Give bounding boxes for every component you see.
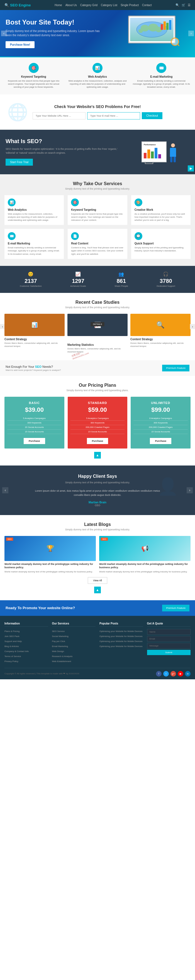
service-5-title: Real Content bbox=[71, 242, 124, 245]
pricing-header: Our Pricing Plans Simply dummy text of t… bbox=[5, 383, 190, 392]
quote-message-input[interactable] bbox=[147, 643, 191, 649]
website-url-input[interactable] bbox=[33, 112, 86, 119]
blog-card-1: 🏆 SEO World market stoamply dummy text o… bbox=[5, 536, 96, 573]
purchase-button[interactable]: Purchase Now! bbox=[6, 41, 35, 48]
price-card-standard: STANDARD $59.00 5 Analytics Campaigns 30… bbox=[68, 397, 128, 449]
unlimited-feature-3: 200,000 Crawled Pages bbox=[133, 425, 188, 430]
standard-purchase-button[interactable]: Purchase bbox=[87, 438, 109, 444]
view-all-button[interactable]: View All bbox=[88, 577, 107, 584]
web-analytics-icon: 📊 bbox=[8, 199, 16, 206]
unlimited-price: $99.00 bbox=[133, 406, 188, 414]
feature-analytics-desc: Web analytics is the measurement, collec… bbox=[68, 80, 126, 89]
keyword-targeting-icon: 🎯 bbox=[71, 199, 79, 206]
footer-info-links: Plans & Pricing Join SEO Pack Support an… bbox=[5, 629, 48, 663]
email-icon: ✉️ bbox=[156, 63, 166, 73]
basic-purchase-button[interactable]: Purchase bbox=[24, 438, 45, 444]
case-studies-title: Recent Case Studies bbox=[5, 300, 190, 305]
footer-info-item-7: Privacy Policy bbox=[5, 659, 48, 663]
quote-name-input[interactable] bbox=[147, 629, 191, 635]
hero-title: Bost Your Site Today! bbox=[6, 18, 100, 26]
service-4-title: E-mail Marketing bbox=[8, 242, 61, 245]
blogs-title: Latest Blogs bbox=[5, 522, 190, 527]
nav-single-product[interactable]: Single Product bbox=[121, 4, 139, 7]
nav-category-list[interactable]: Category List bbox=[101, 4, 117, 7]
pricing-up-arrow: ▲ bbox=[5, 452, 190, 458]
unlimited-purchase-button[interactable]: Purchase bbox=[150, 438, 171, 444]
blog-img-2: 📢 SEO bbox=[99, 536, 190, 561]
email-input[interactable] bbox=[87, 112, 140, 119]
what-seo-title: What Is SEO? bbox=[6, 138, 123, 145]
seo-check-form: Checkout bbox=[5, 112, 190, 119]
service-2-title: Keyword Targeting bbox=[71, 208, 124, 211]
basic-feature-4: 15 Social Accounts bbox=[7, 430, 62, 434]
footer-info-item-4: Blog & Articles bbox=[5, 644, 48, 648]
youtube-icon[interactable]: ▶ bbox=[178, 671, 183, 676]
nav-home[interactable]: Home bbox=[54, 4, 62, 7]
satisfaction-icon: 😊 bbox=[20, 272, 42, 277]
quote-form: Submit bbox=[147, 629, 191, 655]
standard-feature-1: 5 Analytics Campaigns bbox=[70, 416, 125, 421]
testimonial-arrow-left[interactable]: ‹ bbox=[2, 487, 8, 493]
quote-submit-button[interactable]: Submit bbox=[147, 650, 191, 655]
case-details-button[interactable]: DETAILS bbox=[91, 322, 104, 326]
service-3-desc: As a creative professional, you'll know … bbox=[134, 212, 187, 222]
quote-email-input[interactable] bbox=[147, 636, 191, 642]
pricing-scroll-up[interactable]: ▲ bbox=[94, 452, 101, 458]
footer-post-item-4: Optimizing your Website for Mobile Devic… bbox=[99, 644, 143, 648]
nav-links: Home About Us Category Grid Category Lis… bbox=[54, 4, 152, 7]
footer-info-title: Information bbox=[5, 622, 48, 627]
search-icon[interactable]: 🔍 bbox=[176, 3, 179, 7]
real-content-icon: 📄 bbox=[71, 232, 79, 240]
testimonial-bg-icon: 👤 bbox=[157, 477, 178, 496]
service-4-desc: Email marketing is directly sending a co… bbox=[8, 246, 61, 256]
service-1-title: Web Analytics bbox=[8, 208, 61, 211]
basic-feature-3: 20 Social Accounts bbox=[7, 425, 62, 430]
hero-arrow-right[interactable]: › bbox=[188, 30, 194, 36]
googleplus-icon[interactable]: g+ bbox=[171, 671, 176, 676]
nav-contact[interactable]: Contact bbox=[142, 4, 152, 7]
testimonial-subtitle: Simply dummy text of the printing and ty… bbox=[30, 480, 165, 484]
service-1-desc: Web analytics is the measurement, collec… bbox=[8, 212, 61, 222]
footer-grid: Information Plans & Pricing Join SEO Pac… bbox=[5, 622, 190, 664]
case-2-title: Marketing Statistics bbox=[67, 343, 128, 346]
footer-services: Our Services SEO Service Social Marketin… bbox=[52, 622, 96, 664]
footer-posts-links: Optimizing your Website for Mobile Devic… bbox=[99, 629, 143, 648]
footer-svc-item-4: Email Marketing bbox=[52, 644, 96, 648]
footer-info-item-2: Join SEO Pack bbox=[5, 634, 48, 638]
facebook-icon[interactable]: f bbox=[156, 671, 161, 676]
blog-2-icon: 📢 bbox=[141, 545, 149, 552]
free-trial-button[interactable]: Start Free Trial bbox=[6, 159, 33, 165]
blog-scroll-up[interactable]: ▲ bbox=[94, 587, 101, 593]
pricing-title: Our Pricing Plans bbox=[5, 383, 190, 388]
checkout-button[interactable]: Checkout bbox=[142, 112, 162, 119]
testimonial-quote: Lorem ipsum dolor sit amet, duis metus l… bbox=[30, 489, 165, 497]
case-img-1: 📋 📊 bbox=[5, 314, 65, 336]
logo: 🔍 SEO Engine bbox=[5, 3, 30, 7]
blogs-grid: 🏆 SEO World market stoamply dummy text o… bbox=[5, 536, 190, 573]
nav-category-grid[interactable]: Category Grid bbox=[80, 4, 98, 7]
stat-share: 👥 861 Share People bbox=[115, 272, 128, 287]
not-enough-text: Not Enough For Your SEO Needs? Want to a… bbox=[6, 365, 61, 371]
footer-svc-item-3: Pay per Click bbox=[52, 639, 96, 643]
what-seo-graphic: Performance bbox=[128, 142, 189, 162]
footer-post-item-2: Optimizing your Website for Mobile Devic… bbox=[99, 634, 143, 638]
twitter-icon[interactable]: t bbox=[163, 671, 169, 676]
premium-feature-button[interactable]: Premium Feature bbox=[162, 365, 189, 371]
standard-feature-3: 200,000 Crawled Pages bbox=[70, 425, 125, 430]
menu-icon[interactable]: ☰ bbox=[188, 3, 190, 7]
testimonial-arrow-right[interactable]: › bbox=[187, 487, 193, 493]
cta-premium-button[interactable]: Premium Feature bbox=[162, 605, 189, 611]
stat-4-label: Dedicated Support bbox=[157, 285, 175, 287]
feature-email-title: E-mail Marketing bbox=[132, 75, 190, 78]
stat-3-label: Share People bbox=[115, 285, 128, 287]
seo-next-button[interactable]: ▶ bbox=[188, 165, 194, 172]
what-seo-section: What Is SEO? SEO Stands for 'search engi… bbox=[0, 130, 195, 174]
nav-about[interactable]: About Us bbox=[66, 4, 77, 7]
seo-check-section: 🌐 Check Your Website's SEO Problems For … bbox=[0, 94, 195, 130]
footer-bottom: Copyright © All rights reserved | This t… bbox=[5, 668, 190, 676]
testimonial-section: ‹ 👤 Happy Client Says Simply dummy text … bbox=[0, 466, 195, 515]
case-3-title: Content Strategy bbox=[130, 338, 190, 341]
linkedin-icon[interactable]: in bbox=[185, 671, 190, 676]
cart-icon[interactable]: 🛒 bbox=[182, 3, 185, 7]
case-arrow-right[interactable]: › bbox=[190, 324, 195, 329]
